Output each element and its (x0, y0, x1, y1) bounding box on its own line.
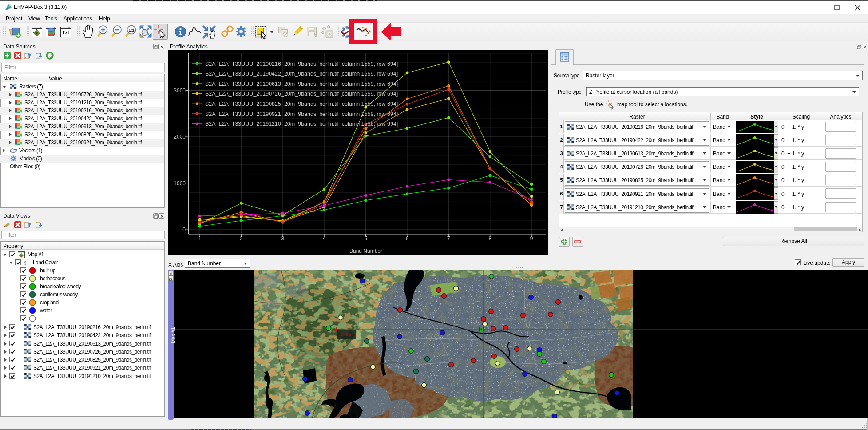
svg-text:S2A_L2A_T33UUU_20190216_20m_9b: S2A_L2A_T33UUU_20190216_20m_9bands_berli… (205, 61, 398, 67)
svg-text:S2A_L2A_T33UUU_20191210_20m_9b: S2A_L2A_T33UUU_20191210_20m_9bands_berli… (205, 121, 398, 127)
svg-text:S2A_L2A_T33UUU_20190825_20m_9b: S2A_L2A_T33UUU_20190825_20m_9bands_berli… (205, 101, 398, 107)
svg-text:S2A_L2A_T33UUU_20190422_20m_9b: S2A_L2A_T33UUU_20190422_20m_9bands_berli… (205, 71, 398, 77)
svg-text:1:1: 1:1 (128, 28, 134, 32)
svg-text:1000: 1000 (174, 180, 186, 187)
svg-text:9: 9 (530, 235, 533, 242)
svg-text:3000: 3000 (174, 88, 186, 94)
svg-text:1: 1 (198, 235, 202, 242)
svg-text:Txt: Txt (63, 30, 70, 35)
svg-text:S2A_L2A_T33UUU_20190921_20m_9b: S2A_L2A_T33UUU_20190921_20m_9bands_berli… (205, 111, 398, 117)
svg-text:2: 2 (240, 235, 243, 242)
svg-text:Band Number: Band Number (349, 248, 382, 254)
svg-text:20 km: 20 km (338, 333, 351, 338)
svg-text:5: 5 (364, 235, 367, 242)
svg-text:S2A_L2A_T33UUU_20190726_20m_9b: S2A_L2A_T33UUU_20190726_20m_9bands_berli… (205, 91, 398, 97)
svg-text:2000: 2000 (174, 134, 186, 140)
svg-text:3: 3 (281, 235, 284, 242)
svg-text:8: 8 (488, 235, 491, 242)
svg-text:S2A_L2A_T33UUU_20190613_20m_9b: S2A_L2A_T33UUU_20190613_20m_9bands_berli… (205, 81, 398, 87)
svg-text:0: 0 (182, 227, 186, 233)
svg-text:6: 6 (406, 235, 409, 242)
svg-text:7: 7 (447, 235, 450, 242)
svg-text:4: 4 (323, 235, 326, 242)
